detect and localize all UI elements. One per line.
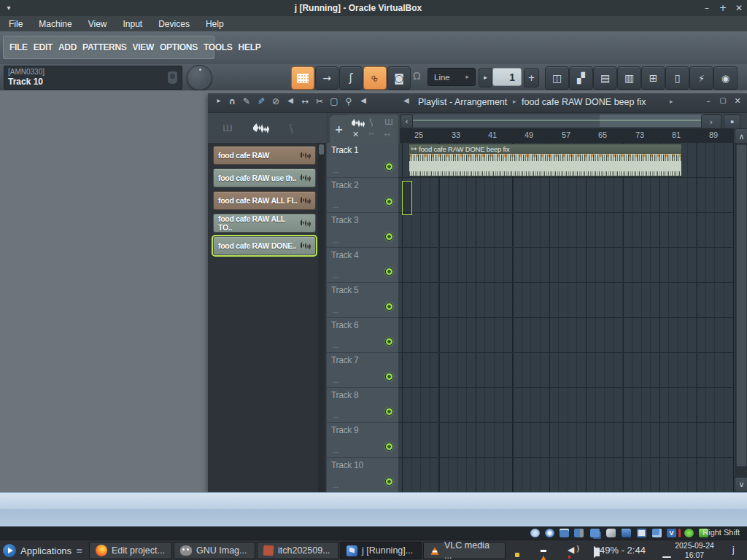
plugin-database-button[interactable]: ⚡ — [689, 66, 713, 90]
track-header[interactable]: Track 4... — [327, 248, 398, 283]
vbox-features-icon[interactable]: V — [667, 529, 676, 537]
track-automation-mode-icon[interactable]: ʃ — [368, 118, 374, 127]
host-window-button[interactable]: GNU Imag... — [174, 542, 255, 559]
audio-clip-header[interactable]: ↦ food cafe RAW DONE beep fix — [409, 144, 681, 154]
hscroll-left-button[interactable]: ‹ — [400, 114, 413, 128]
host-clock[interactable]: 2025-09-24 16:07 — [668, 541, 721, 560]
track-name[interactable]: Track 8 — [331, 390, 358, 400]
vscroll-up-button[interactable]: ∧ — [735, 128, 747, 144]
smart-curve-button[interactable]: ʃ — [339, 66, 363, 90]
follow-playback-button[interactable]: → — [315, 66, 338, 90]
picker-clip-item[interactable]: food cafe RAW ALL TO.. — [213, 214, 316, 233]
slip-tool-icon[interactable]: ↔ — [298, 97, 311, 109]
pattern-chevron-button[interactable]: ▸ — [479, 68, 492, 88]
vbox-menu-machine[interactable]: Machine — [39, 19, 71, 29]
fl-menu-view[interactable]: VIEW — [133, 42, 154, 52]
track-enable-led[interactable] — [385, 198, 393, 206]
host-window-button[interactable]: itch202509... — [257, 542, 338, 559]
add-track-button[interactable]: + — [330, 115, 348, 143]
track-header[interactable]: Track 2... — [327, 178, 398, 213]
vbox-menu-devices[interactable]: Devices — [158, 19, 190, 29]
playlist-menu-arrow-icon[interactable]: ▸ — [212, 97, 225, 109]
vbox-display-icon[interactable] — [637, 529, 646, 537]
vbox-harddisk-icon[interactable] — [530, 529, 540, 537]
delete-tool-icon[interactable]: ⊘ — [269, 97, 282, 109]
track-enable-led[interactable] — [385, 268, 393, 276]
track-header[interactable]: Track 10... — [327, 458, 398, 492]
vbox-floppy-icon[interactable] — [560, 529, 569, 537]
paint-tool-icon[interactable]: ✎ — [255, 97, 268, 109]
track-name[interactable]: Track 7 — [331, 355, 358, 365]
track-options[interactable]: ... — [333, 411, 338, 419]
applications-menu-button[interactable]: Applications ≡ — [3, 542, 82, 559]
track-options[interactable]: ... — [333, 341, 338, 349]
vbox-menu-help[interactable]: Help — [206, 19, 224, 29]
vbox-maximize-button[interactable]: + — [715, 4, 731, 12]
fl-menu-help[interactable]: HELP — [239, 42, 261, 52]
track-options[interactable]: ... — [333, 271, 338, 279]
playlist-titlebar[interactable]: ▸ ∩ ✎ ✎ ⊘ ◀ ↔ ✂ ▢ ⚲ ◀ ◀ Playlist - Arran… — [208, 93, 747, 113]
picker-panel-button[interactable]: ◫ — [545, 66, 569, 90]
fl-menu-file[interactable]: FILE — [9, 42, 28, 52]
hscroll-thumb[interactable] — [413, 114, 719, 127]
host-window-button-active[interactable]: j [Running]... — [340, 542, 422, 559]
track-audio-mode-icon[interactable] — [352, 119, 365, 128]
vbox-sharedfolders-icon[interactable] — [622, 529, 631, 537]
vscroll-thumb[interactable] — [736, 144, 747, 467]
playlist-grid[interactable] — [398, 143, 735, 492]
track-delete-icon[interactable]: ✕ — [352, 131, 359, 139]
track-header[interactable]: Track 7... — [327, 353, 398, 388]
playlist-vscrollbar[interactable]: ∨ — [735, 143, 747, 492]
track-header[interactable]: Track 8... — [327, 388, 398, 423]
track-options[interactable]: ... — [333, 376, 338, 384]
vbox-mouse-integration-icon[interactable] — [684, 529, 694, 537]
track-name[interactable]: Track 1 — [331, 145, 358, 155]
vbox-network-icon[interactable] — [590, 529, 600, 537]
track-header[interactable]: Track 1... — [327, 143, 398, 178]
metronome-sound-button[interactable]: ◙ — [387, 66, 411, 90]
hscroll-right-button[interactable]: › — [701, 114, 721, 130]
select-tool-icon[interactable]: ▢ — [328, 97, 341, 109]
vbox-usb-icon[interactable] — [606, 529, 616, 537]
picker-clip-item-selected[interactable]: food cafe RAW DONE.. — [213, 236, 316, 255]
track-enable-led[interactable] — [385, 373, 393, 381]
vbox-recording-icon[interactable] — [652, 529, 662, 537]
picker-scroll-thumb[interactable] — [319, 144, 324, 155]
track-name[interactable]: Track 5 — [331, 285, 358, 295]
channel-rack-button[interactable]: ▤ — [593, 66, 617, 90]
midi-link-button[interactable]: ∞ — [363, 66, 387, 90]
track-name[interactable]: Track 10 — [331, 460, 363, 470]
fl-menu-patterns[interactable]: PATTERNS — [82, 42, 127, 52]
track-name[interactable]: Track 4 — [331, 250, 358, 260]
vbox-menu-file[interactable]: File — [9, 19, 23, 29]
selected-empty-clip-outline[interactable] — [402, 181, 412, 215]
playlist-close-button[interactable]: ✕ — [731, 97, 744, 109]
zoom-tool-icon[interactable]: ⚲ — [342, 97, 355, 109]
playlist-minimize-button[interactable]: – — [702, 97, 715, 109]
vbox-minimize-button[interactable]: – — [699, 4, 715, 12]
playlist-timeline[interactable]: 25 33 41 49 57 65 73 81 89 — [400, 128, 734, 144]
track-header[interactable]: Track 5... — [327, 283, 398, 318]
playlist-hscrollbar[interactable]: ‹ — [400, 113, 734, 129]
track-options[interactable]: ... — [333, 236, 338, 244]
zoom-reset-button[interactable]: ▪ — [724, 114, 740, 130]
playlist-grid-button[interactable] — [291, 66, 314, 90]
mixer-button[interactable]: ▥ — [617, 66, 641, 90]
browser-button[interactable]: ⊞ — [641, 66, 665, 90]
host-window-button[interactable]: Edit project... — [89, 542, 172, 559]
snap-selector[interactable]: Line ▸ — [427, 68, 476, 86]
track-enable-led[interactable] — [385, 303, 393, 311]
picker-audio-tab-icon[interactable] — [253, 123, 269, 133]
track-name[interactable]: Track 2 — [331, 180, 358, 190]
vbox-titlebar[interactable]: ▾ j [Running] - Oracle VirtualBox – + ✕ — [0, 0, 747, 16]
track-options[interactable]: ... — [333, 201, 338, 209]
track-enable-led[interactable] — [385, 338, 393, 346]
fl-menu-add[interactable]: ADD — [58, 42, 77, 52]
arrangement-audio-clip[interactable]: ↦ food cafe RAW DONE beep fix — [409, 144, 682, 176]
picker-clip-item[interactable]: food cafe RAW — [213, 146, 316, 165]
track-enable-led[interactable] — [385, 163, 393, 171]
vbox-close-button[interactable]: ✕ — [731, 4, 747, 12]
slice-tool-icon[interactable]: ✂ — [313, 97, 326, 109]
vbox-audio-icon[interactable] — [574, 529, 584, 537]
track-enable-led[interactable] — [385, 478, 393, 486]
